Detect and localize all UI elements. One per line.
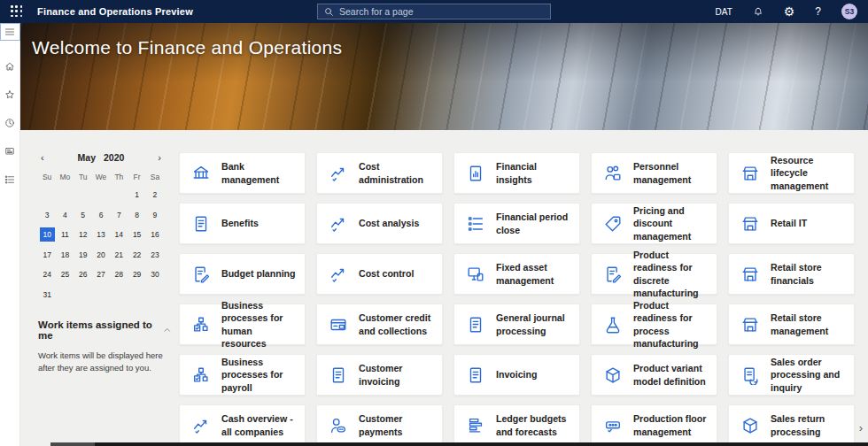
nav-hamburger-icon[interactable] [0,23,20,41]
workspace-tile-product-variant-model-definition[interactable]: Product variant model definition [591,354,717,396]
workspace-tile-customer-payments[interactable]: Customer payments [316,404,443,446]
workspace-tile-personnel-management[interactable]: Personnel management [591,152,717,194]
calendar-day-14[interactable]: 14 [110,228,128,242]
workspace-tile-financial-insights[interactable]: Financial insights [453,152,580,194]
nav-favorites-star-icon[interactable] [0,83,20,106]
calendar-day-28[interactable]: 28 [110,268,128,281]
nav-home-icon[interactable] [0,55,20,78]
calendar-day-23[interactable]: 23 [146,248,164,261]
calendar-day-12[interactable]: 12 [74,228,92,242]
calendar-day-header: Th [110,173,128,181]
workspace-tile-customer-credit-and-collections[interactable]: Customer credit and collections [316,304,443,345]
notifications-bell-icon[interactable] [753,6,763,18]
workspace-tile-retail-store-financials[interactable]: Retail store financials [728,253,855,295]
workspace-tile-customer-invoicing[interactable]: Customer invoicing [316,354,443,396]
workspace-tile-fixed-asset-management[interactable]: Fixed asset management [453,253,580,295]
calendar-day-31[interactable]: 31 [38,288,56,301]
store-icon [740,315,760,334]
horizontal-scrollbar[interactable] [50,442,868,446]
workspace-tile-business-processes-for-payroll[interactable]: Business processes for payroll [179,354,306,396]
calendar-day-29[interactable]: 29 [128,268,145,281]
calendar-day-5[interactable]: 5 [74,208,92,221]
workspace-tile-retail-store-management[interactable]: Retail store management [728,304,855,345]
account-avatar[interactable]: S3 [841,4,857,19]
tag-icon [603,214,623,234]
calendar-day-27[interactable]: 27 [92,268,110,281]
calendar-day-26[interactable]: 26 [74,268,92,281]
calendar-day-13[interactable]: 13 [92,228,110,242]
calendar-day-11[interactable]: 11 [56,228,74,242]
calendar-day-30[interactable]: 30 [146,268,164,281]
card-icon [329,315,348,334]
workspace-tile-production-floor-management[interactable]: Production floor management [591,404,717,446]
calendar-day-4[interactable]: 4 [56,208,74,221]
calendar-day-2[interactable]: 2 [146,188,164,202]
doc-icon [466,365,485,385]
calendar-day-21[interactable]: 21 [110,248,128,261]
calendar-prev-icon[interactable]: ‹ [38,152,47,163]
calendar-day-empty [38,188,56,202]
calendar-day-10[interactable]: 10 [38,228,56,242]
workspace-tile-invoicing[interactable]: Invoicing [453,354,580,396]
calendar-day-6[interactable]: 6 [92,208,110,221]
settings-gear-icon[interactable]: ⚙ [784,5,795,18]
workspace-tile-retail-it[interactable]: Retail IT [728,203,855,244]
calendar-day-header: Fr [128,173,145,181]
nav-modules-list-icon[interactable] [0,168,20,191]
calendar-day-empty [56,188,74,202]
trend-icon [329,265,348,284]
calendar-day-20[interactable]: 20 [92,248,110,261]
calendar-day-8[interactable]: 8 [128,208,145,221]
nav-news-screen-icon[interactable] [0,140,20,163]
calendar-day-empty [92,188,110,202]
workspace-tile-label: Cost analysis [359,217,419,229]
help-icon[interactable]: ? [815,5,821,18]
page-search[interactable] [317,4,551,19]
scroll-right-chevron[interactable]: › [859,422,863,434]
workspace-tile-budget-planning[interactable]: Budget planning [179,253,306,295]
workspace-tile-cost-analysis[interactable]: Cost analysis [316,203,443,244]
calendar-day-15[interactable]: 15 [128,228,145,242]
workspace-tile-label: Retail store management [771,311,847,337]
calendar-day-19[interactable]: 19 [74,248,92,261]
workspace-tile-financial-period-close[interactable]: Financial period close [453,203,580,244]
workspace-tile-cost-control[interactable]: Cost control [316,253,443,295]
flask-icon [603,315,623,334]
workspace-tile-pricing-and-discount-management[interactable]: Pricing and discount management [591,203,717,244]
workspace-tile-label: Production floor management [633,412,709,438]
calendar-day-18[interactable]: 18 [56,248,74,261]
work-items-header[interactable]: Work items assigned to me [38,319,171,341]
workspace-tile-benefits[interactable]: Benefits [179,203,306,244]
left-nav-rail [0,23,20,446]
workspace-tile-label: Business processes for human resources [221,299,298,350]
workspace-tile-bank-management[interactable]: Bank management [179,152,306,194]
workspace-tile-ledger-budgets-and-forecasts[interactable]: Ledger budgets and forecasts [453,404,580,446]
calendar-day-25[interactable]: 25 [56,268,74,281]
workspace-tile-general-journal-processing[interactable]: General journal processing [453,304,580,345]
workspace-tile-cost-administration[interactable]: Cost administration [316,152,443,194]
calendar-day-16[interactable]: 16 [146,228,164,242]
workspace-tile-label: Customer payments [359,412,435,438]
calendar-next-icon[interactable]: › [155,152,164,163]
workspace-tile-sales-return-processing[interactable]: Sales return processing [728,404,855,446]
calendar-day-7[interactable]: 7 [110,208,128,221]
workspace-tile-product-readiness-for-process-manufacturing[interactable]: Product readiness for process manufactur… [591,304,717,345]
app-launcher-icon[interactable] [11,5,23,18]
workspace-tile-cash-overview-all-companies[interactable]: Cash overview - all companies [179,404,306,446]
workspace-tile-product-readiness-for-discrete-manufacturing[interactable]: Product readiness for discrete manufactu… [591,253,717,295]
calendar-day-empty [92,288,110,301]
calendar-day-3[interactable]: 3 [38,208,56,221]
workspace-tile-sales-order-processing-and-inquiry[interactable]: Sales order processing and inquiry [728,354,855,396]
nav-recent-clock-icon[interactable] [0,112,20,135]
workspace-tile-business-processes-for-human-resources[interactable]: Business processes for human resources [179,304,306,345]
calendar-day-1[interactable]: 1 [128,188,145,202]
calendar-day-24[interactable]: 24 [38,268,56,281]
calendar-day-17[interactable]: 17 [38,248,56,261]
search-input[interactable] [339,6,544,17]
calendar-day-9[interactable]: 9 [146,208,164,221]
workspace-tile-resource-lifecycle-management[interactable]: Resource lifecycle management [728,152,855,194]
scrollbar-thumb[interactable] [50,442,95,446]
calendar-day-header: Tu [74,173,92,181]
environment-label[interactable]: DAT [715,7,732,17]
calendar-day-22[interactable]: 22 [128,248,145,261]
